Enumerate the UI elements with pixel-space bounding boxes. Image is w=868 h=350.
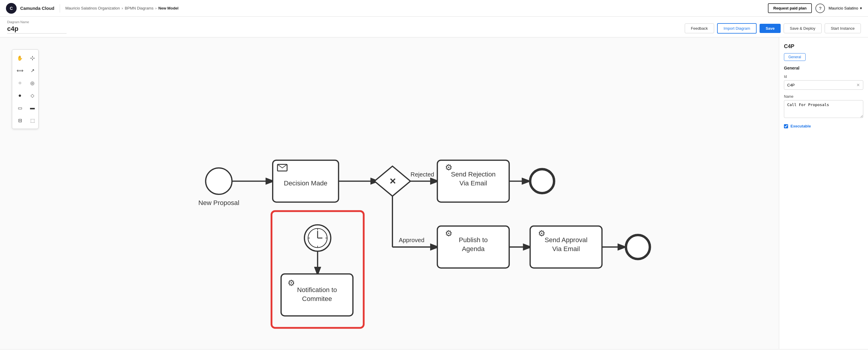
send-approval-label-2: Via Email xyxy=(552,245,580,253)
publish-label-1: Publish to xyxy=(459,236,488,244)
breadcrumb-org[interactable]: Mauricio Salatinos Organization xyxy=(65,6,120,10)
canvas-area[interactable]: ✋ ⊹ ⟺ ↗ ○ ◎ ● ◇ ▭ ▬ ⊟ ⬚ New Proposal Dec xyxy=(0,37,779,349)
breadcrumb-section[interactable]: BPMN Diagrams xyxy=(125,6,154,10)
toolbar-buttons: Feedback Import Diagram Save Save & Depl… xyxy=(685,23,861,34)
app-name: Camunda Cloud xyxy=(20,6,54,11)
create-group[interactable]: ⬚ xyxy=(27,115,38,126)
panel-tab-general[interactable]: General xyxy=(784,53,806,61)
nav-right: Request paid plan ? Mauricio Salatino ▾ xyxy=(768,3,862,13)
id-label: Id xyxy=(784,74,863,79)
user-chevron-icon: ▾ xyxy=(860,6,862,10)
user-menu[interactable]: Mauricio Salatino ▾ xyxy=(829,6,862,10)
send-rejection-label-1: Send Rejection xyxy=(451,170,495,178)
connect-tool[interactable]: ↗ xyxy=(27,65,38,76)
hand-tool[interactable]: ✋ xyxy=(14,53,25,63)
send-rejection-label-2: Via Email xyxy=(460,180,487,187)
create-intermediate-event[interactable]: ◎ xyxy=(27,77,38,88)
diagram-name-section: Diagram Name xyxy=(7,20,66,34)
id-input[interactable]: C4P ✕ xyxy=(784,80,863,90)
name-label: Name xyxy=(784,94,863,99)
diagram-toolbar: Diagram Name Feedback Import Diagram Sav… xyxy=(0,17,868,37)
lasso-tool[interactable]: ⊹ xyxy=(27,53,38,63)
request-plan-button[interactable]: Request paid plan xyxy=(768,3,812,13)
new-proposal-label: New Proposal xyxy=(198,199,240,206)
end-event-approval[interactable] xyxy=(626,235,650,259)
breadcrumb: Mauricio Salatinos Organization › BPMN D… xyxy=(65,6,179,10)
gear-icon-publish: ⚙ xyxy=(445,228,453,238)
name-field-group: Name Call For Proposals xyxy=(784,94,863,119)
notification-label-1: Notification to xyxy=(297,286,337,293)
toolbox: ✋ ⊹ ⟺ ↗ ○ ◎ ● ◇ ▭ ▬ ⊟ ⬚ xyxy=(12,49,39,129)
create-end-event[interactable]: ● xyxy=(14,90,25,101)
main-content: ✋ ⊹ ⟺ ↗ ○ ◎ ● ◇ ▭ ▬ ⊟ ⬚ New Proposal Dec xyxy=(0,37,868,349)
decision-made-label: Decision Made xyxy=(284,180,328,187)
notification-label-2: Commitee xyxy=(302,295,332,303)
create-task[interactable]: ▭ xyxy=(14,102,25,113)
gear-icon-approval: ⚙ xyxy=(538,228,546,238)
nav-separator xyxy=(60,4,60,12)
save-button[interactable]: Save xyxy=(760,24,780,33)
start-event[interactable] xyxy=(206,168,232,194)
executable-row: Executable xyxy=(784,124,863,128)
user-name: Mauricio Salatino xyxy=(829,6,858,10)
feedback-button[interactable]: Feedback xyxy=(685,24,714,33)
create-subprocess[interactable]: ▬ xyxy=(27,102,38,113)
id-value: C4P xyxy=(787,83,795,87)
approved-flow-label: Approved xyxy=(399,237,424,243)
panel-title: C4P xyxy=(784,43,863,50)
create-pool[interactable]: ⊟ xyxy=(14,115,25,126)
breadcrumb-current: New Model xyxy=(158,6,179,10)
panel-section-title: General xyxy=(784,66,863,70)
publish-label-2: Agenda xyxy=(462,245,485,253)
rejected-flow-label: Rejected xyxy=(410,171,434,178)
save-deploy-button[interactable]: Save & Deploy xyxy=(784,24,822,33)
create-gateway[interactable]: ◇ xyxy=(27,90,38,101)
gateway-x-label: ✕ xyxy=(389,177,396,186)
diagram-name-input[interactable] xyxy=(7,25,66,34)
right-panel: C4P General General Id C4P ✕ Name Call F… xyxy=(779,37,868,349)
executable-checkbox[interactable] xyxy=(784,124,788,128)
top-nav: C Camunda Cloud Mauricio Salatinos Organ… xyxy=(0,0,868,17)
diagram-name-label: Diagram Name xyxy=(7,20,66,24)
gear-icon-notification: ⚙ xyxy=(287,278,295,288)
send-approval-label-1: Send Approval xyxy=(545,236,587,244)
help-button[interactable]: ? xyxy=(815,4,825,13)
app-logo: C xyxy=(6,3,17,14)
start-instance-button[interactable]: Start Instance xyxy=(825,24,861,33)
create-start-event[interactable]: ○ xyxy=(14,77,25,88)
space-tool[interactable]: ⟺ xyxy=(14,65,25,76)
id-field-group: Id C4P ✕ xyxy=(784,74,863,90)
end-event-rejection[interactable] xyxy=(530,169,554,193)
name-input[interactable]: Call For Proposals xyxy=(784,100,863,118)
bpmn-diagram[interactable]: New Proposal Decision Made xyxy=(0,37,779,349)
clear-id-button[interactable]: ✕ xyxy=(857,83,860,87)
executable-label: Executable xyxy=(790,124,811,128)
import-diagram-button[interactable]: Import Diagram xyxy=(717,23,757,34)
